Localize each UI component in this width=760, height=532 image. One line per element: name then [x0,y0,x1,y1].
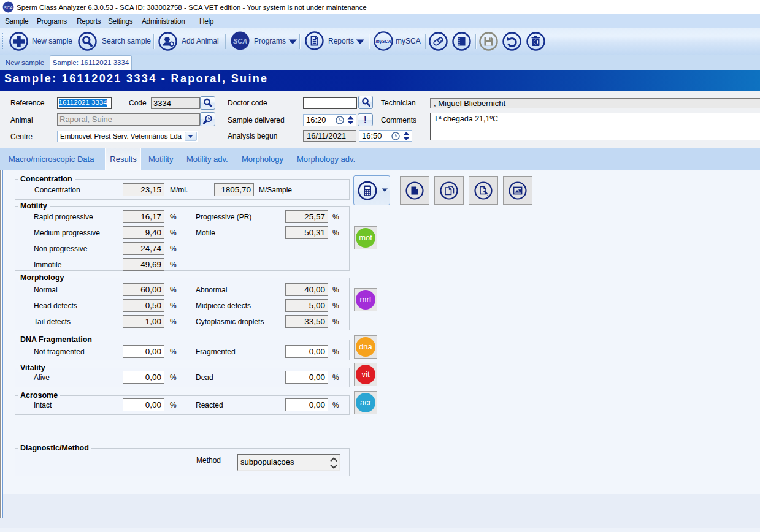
svg-text:SCA: SCA [233,37,247,45]
svg-text:mySCA: mySCA [376,39,391,44]
svg-text:SCA: SCA [4,6,13,10]
